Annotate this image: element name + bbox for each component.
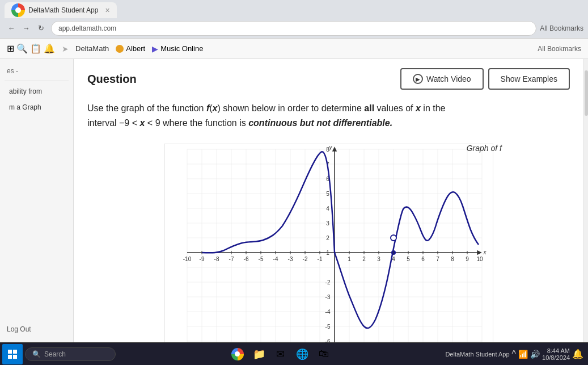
tab-close-icon[interactable]: × [105,6,109,15]
svg-text:2: 2 [326,235,329,241]
nav-icon3[interactable]: 📋 [30,43,41,54]
scrollbar[interactable] [583,59,588,342]
taskbar-app-icon[interactable] [229,345,247,363]
sidebar-divider [5,81,69,81]
clock: 8:44 AM 10/8/2024 [542,347,570,361]
svg-text:-2: -2 [325,279,330,286]
volume-icon[interactable]: 🔊 [530,350,540,359]
svg-text:8: 8 [451,256,454,262]
show-examples-label: Show Examples [501,74,557,83]
svg-text:-4: -4 [325,309,330,315]
page-content: ⊞ 🔍 📋 🔔 ➤ DeltaMath Albert ▶ Music Onlin… [0,39,588,342]
taskbar-search[interactable]: 🔍 Search [25,347,116,361]
nav-icon4[interactable]: 🔔 [44,43,55,54]
albert-icon [116,45,124,53]
svg-text:-10: -10 [183,256,191,262]
svg-text:x: x [483,249,487,255]
taskbar: 🔍 Search 📁 ✉ 🌐 🛍 DeltaMath Student App ^… [0,342,588,365]
function-graph: -10 -9 -8 -7 -6 -5 -4 -3 -2 -1 1 [164,144,493,342]
windows-icon [8,350,17,359]
page-nav-strip: ⊞ 🔍 📋 🔔 ➤ DeltaMath Albert ▶ Music Onlin… [0,39,588,59]
main-layout: es - ability from m a Graph Log Out Ques… [0,59,588,342]
svg-text:10: 10 [476,256,483,262]
bookmarks-label[interactable]: All Bookmarks [540,24,583,32]
scrollbar-thumb[interactable] [585,70,588,116]
browser-menu-icons: ⊞ 🔍 📋 🔔 [7,43,55,54]
problem-line2: interval −9 < x < 9 where the function i… [87,118,392,128]
browser-window: DeltaMath Student App × ← → ↻ app.deltam… [0,0,588,342]
taskbar-chrome-icon [231,348,244,360]
svg-point-78 [391,235,396,241]
forward-button[interactable]: → [19,22,33,35]
sidebar-item1[interactable]: ability from [2,84,71,99]
svg-rect-98 [13,350,17,354]
svg-text:-8: -8 [214,256,219,262]
svg-text:2: 2 [362,256,366,262]
svg-text:1: 1 [326,250,329,256]
svg-text:3: 3 [377,256,380,262]
svg-text:9: 9 [466,256,469,262]
graph-label: Graph of f [467,144,502,153]
search-placeholder: Search [44,350,66,358]
taskbar-browser-icon[interactable]: 🌐 [293,345,311,363]
svg-text:-2: -2 [302,256,307,262]
problem-line1: Use the graph of the function f(x) shown… [87,103,446,113]
graph-container: Graph of f [87,144,570,342]
folder-icon: 📁 [253,348,265,360]
sidebar-section1: es - [0,64,73,78]
time-display: 8:44 AM [542,347,570,354]
svg-rect-100 [13,355,17,359]
windows-button[interactable] [2,344,23,364]
reload-button[interactable]: ↻ [34,22,48,35]
play-icon: ▶ [413,74,423,84]
chevron-up-icon[interactable]: ^ [512,349,517,359]
question-header: Question ▶ Watch Video Show Examples [87,68,570,90]
taskbar-left: 🔍 Search [0,344,116,364]
svg-rect-99 [8,355,12,359]
logout-button[interactable]: Log Out [0,321,73,338]
svg-text:3: 3 [326,220,329,226]
taskbar-right: DeltaMath Student App ^ 📶 🔊 8:44 AM 10/8… [445,347,588,361]
svg-text:6: 6 [421,256,425,262]
chrome-icon [11,3,25,17]
nav-arrow: ➤ [62,44,69,53]
svg-text:1: 1 [348,256,351,262]
taskbar-file-icon[interactable]: 📁 [250,345,268,363]
content-area: Question ▶ Watch Video Show Examples Use… [74,59,583,342]
svg-text:-7: -7 [229,256,234,262]
taskbar-store-icon[interactable]: 🛍 [315,345,333,363]
nav-deltamath: DeltaMath [75,44,109,53]
back-button[interactable]: ← [5,22,18,35]
wifi-icon[interactable]: 📶 [518,350,528,359]
svg-text:4: 4 [326,205,329,212]
tab-label: DeltaMath Student App [28,6,98,14]
svg-text:-9: -9 [199,256,204,262]
svg-text:-3: -3 [325,294,330,300]
active-tab[interactable]: DeltaMath Student App × [5,2,117,18]
svg-text:-6: -6 [325,338,330,342]
bookmarks-nav[interactable]: All Bookmarks [538,45,581,53]
sidebar-item2[interactable]: m a Graph [2,100,71,115]
watch-video-label: Watch Video [426,74,471,83]
menu-grid-icon[interactable]: ⊞ [7,43,14,54]
nav-bar: ← → ↻ app.deltamath.com All Bookmarks [0,18,588,39]
svg-text:5: 5 [326,191,329,197]
tab-bar: DeltaMath Student App × [0,0,588,18]
taskbar-app-label: DeltaMath Student App [445,351,509,358]
address-bar[interactable]: app.deltamath.com [51,21,536,36]
search-nav-icon[interactable]: 🔍 [16,43,28,54]
svg-text:y: y [328,144,332,150]
taskbar-center: 📁 ✉ 🌐 🛍 [229,345,333,363]
edge-icon: 🌐 [296,348,308,360]
notification-icon[interactable]: 🔔 [572,349,583,359]
svg-text:-3: -3 [287,256,293,262]
taskbar-mail-icon[interactable]: ✉ [272,345,290,363]
watch-video-button[interactable]: ▶ Watch Video [400,68,484,90]
header-buttons: ▶ Watch Video Show Examples [400,68,570,90]
svg-text:5: 5 [407,256,410,262]
nav-albert-item: Albert [116,44,145,53]
nav-music-label: Music Online [160,44,203,53]
svg-text:7: 7 [436,256,439,262]
store-icon: 🛍 [319,348,329,360]
show-examples-button[interactable]: Show Examples [488,68,570,90]
